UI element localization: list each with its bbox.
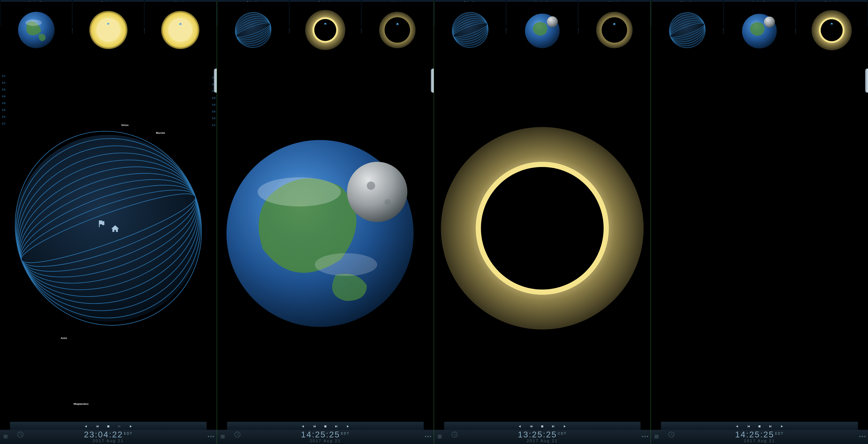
clock-bar: 13:25:25CDT 2017 Aug 21 [434,430,651,444]
clock-reset-icon[interactable] [451,431,458,439]
time-display[interactable]: 14:25:25EDT [227,430,424,439]
magnitude-label: 0.2 [2,122,5,125]
prev-button[interactable] [517,423,523,430]
time-display[interactable]: 13:25:25CDT [444,430,641,439]
view-selector: Eclipse Map View from Sun My location [434,0,651,26]
main-stage[interactable] [434,35,651,422]
view-thumb[interactable]: View from Sun [506,0,578,26]
view-thumb[interactable]: Eclipse Map [217,0,289,26]
view-thumb[interactable]: Eclipse Map [434,0,506,26]
timezone: EDT [775,432,784,435]
view-thumb[interactable]: Best location [72,0,144,26]
magnitude-label: 0.6 [2,88,5,91]
date-display[interactable]: 2017 Aug 21 [444,439,641,443]
view-thumb[interactable]: My location [362,0,433,26]
svg-point-7 [15,135,202,322]
more-button[interactable] [641,436,649,437]
date-display[interactable]: 2017 Aug 21 [10,439,207,443]
view-thumb[interactable]: My location [145,0,216,26]
time-value: 14:25:25 [735,430,774,439]
svg-point-50 [547,16,558,27]
main-stage[interactable] [217,35,434,422]
time-value: 23:04:22 [84,430,123,439]
star-label: Avior [61,337,67,340]
prev-button[interactable] [300,423,306,430]
magnitude-label: 0.6 [212,110,215,113]
date-display[interactable]: 2017 Aug 21 [660,439,858,443]
prev-button[interactable] [734,423,740,430]
svg-point-36 [258,177,341,206]
magnitude-label: 0.2 [2,75,5,77]
clock-reset-icon[interactable] [668,431,675,439]
step_back-button[interactable] [311,423,317,430]
view-thumb[interactable]: Best location [796,0,868,26]
step_fwd-button[interactable] [334,423,340,430]
step_fwd-button[interactable] [768,423,774,430]
view-thumb[interactable]: My location [579,0,650,26]
next-button[interactable] [345,423,351,430]
app-panel: View from Sun Best location My location … [0,0,217,444]
time-display[interactable]: 14:25:25EDT [660,430,858,439]
stop-button[interactable] [105,423,111,430]
star-label: Murzim [156,131,165,134]
playback-bar [227,422,424,430]
menu-button[interactable] [653,434,660,439]
flag-icon [73,22,144,26]
next-button[interactable] [779,423,785,430]
date-display[interactable]: 2017 Aug 21 [227,439,424,443]
view-thumb[interactable]: View from Sun [724,0,796,26]
more-button[interactable] [207,436,215,437]
clock-reset-icon[interactable] [234,431,241,439]
menu-button[interactable] [219,434,227,439]
view-selector: View from Sun Best location My location [0,0,217,26]
view-thumb[interactable]: Best location [289,0,361,26]
view-thumb[interactable]: View from Sun [0,0,72,26]
prev-button[interactable] [83,423,89,430]
menu-button[interactable] [2,434,10,439]
more-button[interactable] [424,436,432,437]
flag-icon [796,22,867,26]
next-button[interactable] [562,423,568,430]
playback-bar [661,422,858,430]
app-panel: Eclipse Map View from Sun My location [434,0,651,444]
clock-reset-icon[interactable] [17,431,24,439]
more-icon [425,436,431,437]
magnitude-label: 0.4 [2,115,5,118]
svg-point-58 [481,167,604,289]
home-icon [145,22,216,26]
view-thumb[interactable]: Eclipse Map [651,0,723,26]
side-drawer-handle[interactable] [865,69,868,93]
star-label: Sirius [121,124,128,127]
step_fwd-button[interactable] [551,423,556,430]
more-icon [208,436,214,437]
more-icon [859,436,866,437]
side-drawer-handle[interactable] [431,69,434,93]
magnitude-label: 0.8 [2,102,5,105]
stop-button[interactable] [539,423,545,430]
svg-point-68 [764,16,775,27]
stop-button[interactable] [756,423,763,430]
step_back-button[interactable] [745,423,751,430]
step_back-button[interactable] [528,423,534,430]
side-drawer-handle[interactable] [214,69,217,93]
menu-button[interactable] [436,434,444,439]
step_fwd-button [117,423,123,430]
main-stage[interactable] [651,35,868,422]
flag-icon [290,22,361,26]
svg-point-40 [385,199,391,205]
svg-point-37 [315,253,377,276]
magnitude-label: 0.8 [212,97,215,99]
magnitude-label: 0.4 [212,117,215,120]
more-button[interactable] [858,436,866,437]
clock-bar: 23:04:22EDT 2017 Aug 21 [0,430,217,444]
step_back-button[interactable] [94,423,100,430]
view-selector: Eclipse Map Best location My location [217,0,434,26]
magnitude-label: 0.8 [212,103,215,106]
svg-point-2 [25,20,42,26]
next-button[interactable] [128,423,134,430]
time-display[interactable]: 23:04:22EDT [10,430,207,439]
svg-point-39 [367,181,375,190]
stop-button[interactable] [322,423,329,430]
home-icon [362,22,433,26]
main-stage[interactable]: SiriusMurzimAviorMiaplacidus 0.20.40.60.… [0,35,217,422]
